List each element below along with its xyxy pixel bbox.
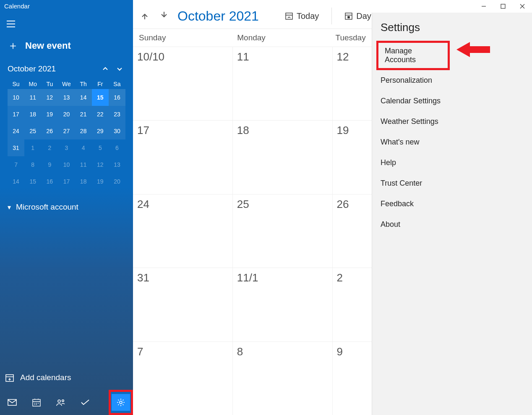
settings-item-help[interactable]: Help	[372, 152, 532, 173]
mini-day[interactable]: 18	[75, 173, 92, 190]
mini-day[interactable]: 10	[58, 156, 75, 173]
people-button[interactable]	[49, 390, 73, 415]
day-view-button[interactable]: Day	[342, 11, 374, 21]
settings-item-calendar-settings[interactable]: Calendar Settings	[372, 91, 532, 111]
mini-dayhead: Mo	[24, 79, 41, 89]
day-cell[interactable]: 11	[233, 47, 333, 120]
mini-day[interactable]: 30	[109, 123, 125, 139]
chevron-down-icon: ▾	[8, 203, 11, 211]
people-icon	[56, 399, 65, 406]
mini-day[interactable]: 23	[109, 106, 125, 123]
day-cell[interactable]: 24	[133, 194, 233, 268]
mini-day[interactable]: 13	[58, 89, 75, 106]
prev-month-button[interactable]	[139, 10, 151, 23]
day-cell[interactable]: 25	[233, 194, 333, 268]
todo-icon	[81, 399, 90, 406]
mini-day[interactable]: 21	[75, 106, 92, 123]
new-event-button[interactable]: ＋ New event	[0, 38, 133, 63]
mini-day[interactable]: 3	[58, 139, 75, 156]
mini-day[interactable]: 22	[92, 106, 109, 123]
svg-rect-7	[501, 4, 505, 8]
settings-item-what-s-new[interactable]: What's new	[372, 132, 532, 152]
mini-day[interactable]: 14	[8, 173, 24, 190]
mini-dayhead: Sa	[109, 79, 125, 89]
close-button[interactable]	[513, 0, 532, 13]
mini-day[interactable]: 25	[24, 123, 41, 139]
mini-day[interactable]: 15	[92, 89, 109, 106]
day-cell[interactable]: 18	[233, 121, 333, 194]
settings-item-about[interactable]: About	[372, 214, 532, 235]
settings-item-weather-settings[interactable]: Weather Settings	[372, 111, 532, 132]
mini-day[interactable]: 29	[92, 123, 109, 139]
mini-day[interactable]: 11	[75, 156, 92, 173]
maximize-button[interactable]	[493, 0, 513, 13]
settings-item-personalization[interactable]: Personalization	[372, 70, 532, 91]
mini-day[interactable]: 12	[92, 156, 109, 173]
mini-day[interactable]: 19	[41, 106, 58, 123]
arrow-up-icon	[141, 11, 149, 20]
settings-item-manage-accounts[interactable]: Manage Accounts	[376, 41, 450, 70]
settings-item-trust-center[interactable]: Trust Center	[372, 173, 532, 194]
todo-button[interactable]	[73, 390, 97, 415]
day-cell[interactable]: 10/10	[133, 47, 233, 120]
add-calendars-button[interactable]: Add calendars	[0, 366, 133, 390]
next-month-button[interactable]	[158, 10, 170, 23]
minimize-button[interactable]	[474, 0, 493, 13]
today-button[interactable]: Today	[282, 11, 321, 21]
mini-day[interactable]: 12	[41, 89, 58, 106]
day-cell[interactable]: 7	[133, 342, 233, 415]
mini-day[interactable]: 7	[8, 156, 24, 173]
mini-day[interactable]: 28	[75, 123, 92, 139]
current-month[interactable]: October 2021	[177, 8, 259, 24]
calendar-button[interactable]	[24, 390, 49, 415]
main-area: October 2021 Today Day SundayMondayTuesd…	[133, 0, 532, 415]
mini-day[interactable]: 17	[58, 173, 75, 190]
mini-day[interactable]: 4	[75, 139, 92, 156]
day-cell[interactable]: 8	[233, 342, 333, 415]
mini-day[interactable]: 9	[41, 156, 58, 173]
day-cell[interactable]: 11/1	[233, 268, 333, 341]
day-cell[interactable]: 31	[133, 268, 233, 341]
mini-day[interactable]: 31	[8, 139, 24, 156]
mini-day[interactable]: 15	[24, 173, 41, 190]
calendar-add-icon	[5, 373, 14, 382]
mini-day[interactable]: 26	[41, 123, 58, 139]
day-cell[interactable]: 17	[133, 121, 233, 194]
window-controls	[474, 0, 532, 13]
account-toggle[interactable]: ▾ Microsoft account	[0, 190, 133, 224]
calendar-icon	[32, 398, 41, 407]
mini-day[interactable]: 16	[109, 89, 125, 106]
mini-next-button[interactable]	[114, 63, 125, 75]
mini-day[interactable]: 11	[24, 89, 41, 106]
mini-day[interactable]: 20	[58, 106, 75, 123]
svg-rect-2	[33, 399, 40, 406]
arrow-down-icon	[117, 66, 123, 72]
mini-calendar-title: October 2021	[8, 64, 56, 74]
toolbar-divider	[331, 8, 332, 24]
mini-day[interactable]: 17	[8, 106, 24, 123]
mini-day[interactable]: 10	[8, 89, 24, 106]
mini-day[interactable]: 14	[75, 89, 92, 106]
settings-button[interactable]	[109, 390, 133, 415]
app-title: Calendar	[0, 0, 133, 12]
maximize-icon	[501, 4, 506, 9]
arrow-up-icon	[102, 66, 108, 72]
mini-day[interactable]: 2	[41, 139, 58, 156]
mini-day[interactable]: 6	[109, 139, 125, 156]
mini-day[interactable]: 1	[24, 139, 41, 156]
mail-button[interactable]	[0, 390, 24, 415]
mini-day[interactable]: 19	[92, 173, 109, 190]
svg-rect-10	[348, 16, 349, 18]
mini-day[interactable]: 20	[109, 173, 125, 190]
mini-day[interactable]: 24	[8, 123, 24, 139]
hamburger-button[interactable]	[3, 16, 19, 32]
mini-day[interactable]: 8	[24, 156, 41, 173]
minimize-icon	[481, 4, 486, 9]
mini-day[interactable]: 5	[92, 139, 109, 156]
settings-item-feedback[interactable]: Feedback	[372, 194, 532, 214]
mini-day[interactable]: 16	[41, 173, 58, 190]
mini-day[interactable]: 27	[58, 123, 75, 139]
mini-prev-button[interactable]	[99, 63, 111, 75]
mini-day[interactable]: 13	[109, 156, 125, 173]
mini-day[interactable]: 18	[24, 106, 41, 123]
